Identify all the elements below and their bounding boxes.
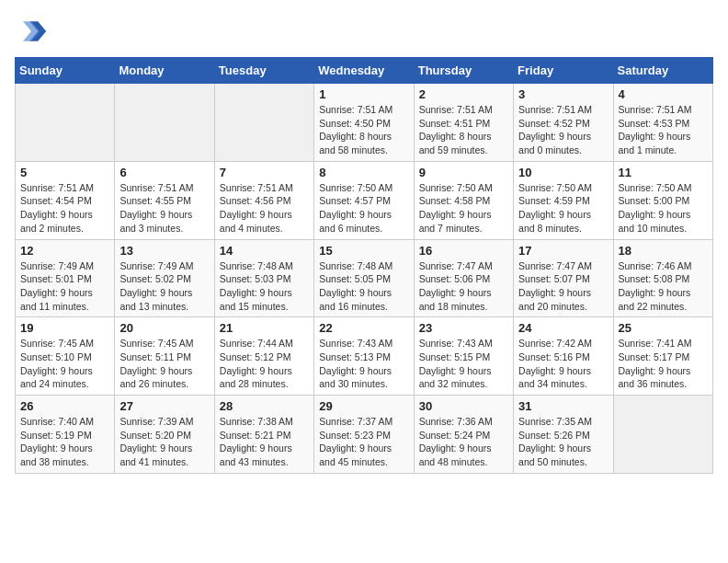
calendar-week-row: 26Sunrise: 7:40 AM Sunset: 5:19 PM Dayli… <box>16 396 713 474</box>
day-info: Sunrise: 7:43 AM Sunset: 5:15 PM Dayligh… <box>419 337 508 391</box>
day-number: 19 <box>20 321 109 335</box>
calendar-cell: 1Sunrise: 7:51 AM Sunset: 4:50 PM Daylig… <box>314 84 414 162</box>
day-info: Sunrise: 7:45 AM Sunset: 5:10 PM Dayligh… <box>20 337 109 391</box>
day-number: 7 <box>220 166 309 179</box>
calendar-week-row: 12Sunrise: 7:49 AM Sunset: 5:01 PM Dayli… <box>16 239 713 317</box>
day-number: 11 <box>619 166 708 179</box>
calendar-cell <box>16 84 115 162</box>
page-header <box>15 15 713 48</box>
day-info: Sunrise: 7:47 AM Sunset: 5:06 PM Dayligh… <box>419 259 508 314</box>
day-number: 9 <box>419 166 508 179</box>
calendar-cell: 3Sunrise: 7:51 AM Sunset: 4:52 PM Daylig… <box>514 84 613 162</box>
calendar-cell: 2Sunrise: 7:51 AM Sunset: 4:51 PM Daylig… <box>414 84 513 162</box>
day-info: Sunrise: 7:51 AM Sunset: 4:50 PM Dayligh… <box>319 103 408 157</box>
day-info: Sunrise: 7:49 AM Sunset: 5:01 PM Dayligh… <box>20 259 109 314</box>
day-number: 15 <box>319 244 408 258</box>
day-number: 12 <box>20 244 109 258</box>
calendar-week-row: 5Sunrise: 7:51 AM Sunset: 4:54 PM Daylig… <box>16 161 713 239</box>
day-number: 13 <box>119 244 209 258</box>
day-info: Sunrise: 7:45 AM Sunset: 5:11 PM Dayligh… <box>119 337 209 391</box>
calendar-cell: 10Sunrise: 7:50 AM Sunset: 4:59 PM Dayli… <box>514 161 613 239</box>
column-header-friday: Friday <box>514 58 613 84</box>
column-header-saturday: Saturday <box>613 58 712 84</box>
day-number: 29 <box>319 399 408 413</box>
day-info: Sunrise: 7:41 AM Sunset: 5:17 PM Dayligh… <box>619 337 708 391</box>
column-header-monday: Monday <box>115 58 214 84</box>
day-number: 16 <box>419 244 508 258</box>
day-info: Sunrise: 7:48 AM Sunset: 5:03 PM Dayligh… <box>220 259 309 314</box>
day-number: 24 <box>518 321 608 335</box>
day-info: Sunrise: 7:51 AM Sunset: 4:54 PM Dayligh… <box>20 181 109 236</box>
calendar-cell <box>613 396 712 474</box>
day-info: Sunrise: 7:51 AM Sunset: 4:52 PM Dayligh… <box>518 103 608 157</box>
calendar-cell: 27Sunrise: 7:39 AM Sunset: 5:20 PM Dayli… <box>115 396 214 474</box>
column-header-sunday: Sunday <box>16 58 115 84</box>
calendar-cell: 9Sunrise: 7:50 AM Sunset: 4:58 PM Daylig… <box>414 161 513 239</box>
column-header-tuesday: Tuesday <box>214 58 313 84</box>
calendar-cell: 20Sunrise: 7:45 AM Sunset: 5:11 PM Dayli… <box>115 317 214 396</box>
day-info: Sunrise: 7:46 AM Sunset: 5:08 PM Dayligh… <box>619 259 708 314</box>
day-number: 20 <box>119 321 209 335</box>
calendar-cell: 14Sunrise: 7:48 AM Sunset: 5:03 PM Dayli… <box>214 239 313 317</box>
day-number: 23 <box>419 321 508 335</box>
day-info: Sunrise: 7:48 AM Sunset: 5:05 PM Dayligh… <box>319 259 408 314</box>
calendar-cell: 18Sunrise: 7:46 AM Sunset: 5:08 PM Dayli… <box>613 239 712 317</box>
calendar-cell: 6Sunrise: 7:51 AM Sunset: 4:55 PM Daylig… <box>115 161 214 239</box>
calendar-cell: 31Sunrise: 7:35 AM Sunset: 5:26 PM Dayli… <box>514 396 613 474</box>
logo-icon <box>15 15 48 48</box>
day-info: Sunrise: 7:39 AM Sunset: 5:20 PM Dayligh… <box>119 415 209 469</box>
day-number: 10 <box>518 166 608 179</box>
day-number: 8 <box>319 166 408 179</box>
day-number: 6 <box>119 166 209 179</box>
day-info: Sunrise: 7:42 AM Sunset: 5:16 PM Dayligh… <box>518 337 608 391</box>
day-info: Sunrise: 7:51 AM Sunset: 4:51 PM Dayligh… <box>419 103 508 157</box>
day-info: Sunrise: 7:38 AM Sunset: 5:21 PM Dayligh… <box>220 415 309 469</box>
day-info: Sunrise: 7:51 AM Sunset: 4:55 PM Dayligh… <box>119 181 209 236</box>
calendar-cell: 12Sunrise: 7:49 AM Sunset: 5:01 PM Dayli… <box>16 239 115 317</box>
day-number: 27 <box>119 399 209 413</box>
calendar-cell: 25Sunrise: 7:41 AM Sunset: 5:17 PM Dayli… <box>613 317 712 396</box>
day-number: 18 <box>619 244 708 258</box>
calendar-cell: 16Sunrise: 7:47 AM Sunset: 5:06 PM Dayli… <box>414 239 513 317</box>
day-number: 17 <box>518 244 608 258</box>
day-number: 30 <box>419 399 508 413</box>
day-number: 5 <box>20 166 109 179</box>
calendar-cell: 22Sunrise: 7:43 AM Sunset: 5:13 PM Dayli… <box>314 317 414 396</box>
day-info: Sunrise: 7:50 AM Sunset: 5:00 PM Dayligh… <box>619 181 708 236</box>
calendar-cell: 19Sunrise: 7:45 AM Sunset: 5:10 PM Dayli… <box>16 317 115 396</box>
day-info: Sunrise: 7:51 AM Sunset: 4:56 PM Dayligh… <box>220 181 309 236</box>
calendar-cell: 26Sunrise: 7:40 AM Sunset: 5:19 PM Dayli… <box>16 396 115 474</box>
calendar-cell: 24Sunrise: 7:42 AM Sunset: 5:16 PM Dayli… <box>514 317 613 396</box>
calendar-cell <box>214 84 313 162</box>
day-info: Sunrise: 7:50 AM Sunset: 4:57 PM Dayligh… <box>319 181 408 236</box>
day-info: Sunrise: 7:49 AM Sunset: 5:02 PM Dayligh… <box>119 259 209 314</box>
calendar-cell: 7Sunrise: 7:51 AM Sunset: 4:56 PM Daylig… <box>214 161 313 239</box>
calendar-header-row: SundayMondayTuesdayWednesdayThursdayFrid… <box>16 58 713 84</box>
calendar-week-row: 1Sunrise: 7:51 AM Sunset: 4:50 PM Daylig… <box>16 84 713 162</box>
calendar-table: SundayMondayTuesdayWednesdayThursdayFrid… <box>15 57 713 474</box>
day-info: Sunrise: 7:36 AM Sunset: 5:24 PM Dayligh… <box>419 415 508 469</box>
day-info: Sunrise: 7:51 AM Sunset: 4:53 PM Dayligh… <box>619 103 708 157</box>
calendar-cell: 30Sunrise: 7:36 AM Sunset: 5:24 PM Dayli… <box>414 396 513 474</box>
calendar-cell <box>115 84 214 162</box>
day-info: Sunrise: 7:50 AM Sunset: 4:58 PM Dayligh… <box>419 181 508 236</box>
day-number: 14 <box>220 244 309 258</box>
calendar-cell: 8Sunrise: 7:50 AM Sunset: 4:57 PM Daylig… <box>314 161 414 239</box>
calendar-cell: 17Sunrise: 7:47 AM Sunset: 5:07 PM Dayli… <box>514 239 613 317</box>
calendar-cell: 4Sunrise: 7:51 AM Sunset: 4:53 PM Daylig… <box>613 84 712 162</box>
day-info: Sunrise: 7:47 AM Sunset: 5:07 PM Dayligh… <box>518 259 608 314</box>
column-header-wednesday: Wednesday <box>314 58 414 84</box>
day-number: 1 <box>319 87 408 101</box>
day-number: 4 <box>619 87 708 101</box>
calendar-week-row: 19Sunrise: 7:45 AM Sunset: 5:10 PM Dayli… <box>16 317 713 396</box>
calendar-cell: 29Sunrise: 7:37 AM Sunset: 5:23 PM Dayli… <box>314 396 414 474</box>
column-header-thursday: Thursday <box>414 58 513 84</box>
day-number: 21 <box>220 321 309 335</box>
day-info: Sunrise: 7:44 AM Sunset: 5:12 PM Dayligh… <box>220 337 309 391</box>
calendar-cell: 11Sunrise: 7:50 AM Sunset: 5:00 PM Dayli… <box>613 161 712 239</box>
calendar-cell: 15Sunrise: 7:48 AM Sunset: 5:05 PM Dayli… <box>314 239 414 317</box>
day-number: 26 <box>20 399 109 413</box>
day-info: Sunrise: 7:43 AM Sunset: 5:13 PM Dayligh… <box>319 337 408 391</box>
day-number: 2 <box>419 87 508 101</box>
day-number: 28 <box>220 399 309 413</box>
